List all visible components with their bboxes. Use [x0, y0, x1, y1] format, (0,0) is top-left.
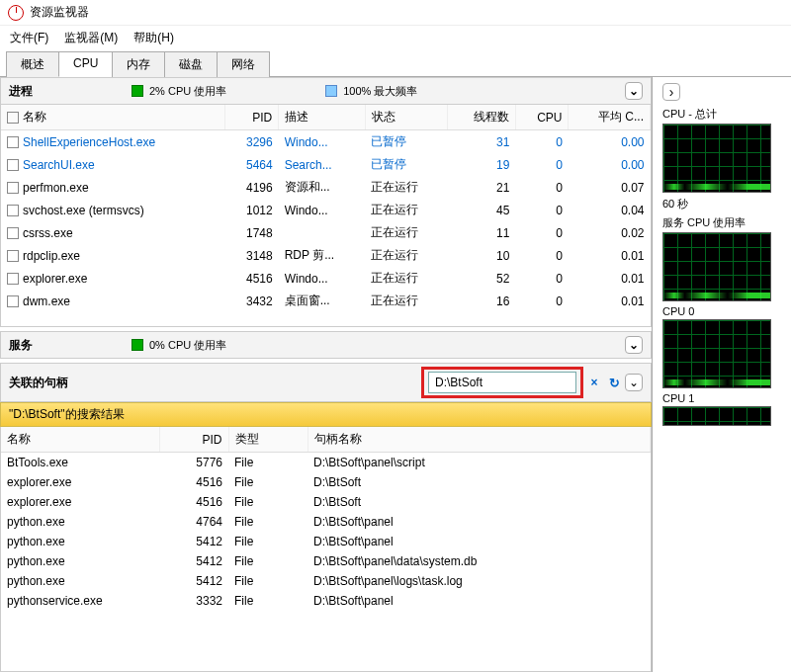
process-row[interactable]: SearchUI.exe5464Search...已暂停1900.00: [1, 153, 651, 176]
process-row[interactable]: perfmon.exe4196资源和...正在运行2100.07: [1, 176, 651, 199]
processes-title: 进程: [9, 83, 33, 100]
window-title: 资源监视器: [30, 4, 89, 21]
hcol-pid[interactable]: PID: [159, 427, 228, 453]
graphs-panel: CPU - 总计 60 秒 服务 CPU 使用率 CPU 0 CPU 1: [653, 77, 791, 672]
processes-collapse-icon[interactable]: [625, 82, 643, 100]
graph-label-60s: 60 秒: [662, 197, 781, 211]
col-name[interactable]: 名称: [23, 110, 46, 124]
graph-label-svc: 服务 CPU 使用率: [662, 215, 781, 230]
row-checkbox[interactable]: [7, 205, 19, 216]
handle-row[interactable]: explorer.exe4516FileD:\BtSoft: [1, 492, 651, 512]
row-checkbox[interactable]: [7, 159, 19, 171]
tab-network[interactable]: 网络: [217, 51, 270, 77]
cpu-usage-label: 2% CPU 使用率: [149, 84, 226, 99]
tab-memory[interactable]: 内存: [112, 51, 165, 77]
handle-row[interactable]: BtTools.exe5776FileD:\BtSoft\panel\scrip…: [1, 453, 651, 473]
tab-overview[interactable]: 概述: [6, 51, 59, 77]
graph-svc-cpu: [662, 232, 771, 301]
handles-search-input[interactable]: [428, 372, 576, 393]
row-checkbox[interactable]: [7, 136, 19, 148]
row-checkbox[interactable]: [7, 182, 19, 194]
col-state[interactable]: 状态: [365, 105, 448, 130]
graphs-collapse-icon[interactable]: [662, 83, 680, 101]
handles-collapse-icon[interactable]: [625, 374, 643, 391]
graph-label-cpu-total: CPU - 总计: [662, 107, 781, 122]
hcol-name[interactable]: 名称: [1, 427, 159, 453]
services-header[interactable]: 服务 0% CPU 使用率: [0, 331, 652, 359]
search-highlight: [421, 367, 583, 398]
col-threads[interactable]: 线程数: [448, 105, 516, 130]
col-desc[interactable]: 描述: [279, 105, 365, 130]
handle-row[interactable]: python.exe5412FileD:\BtSoft\panel: [1, 532, 651, 551]
graph-cpu1: [662, 406, 771, 426]
process-row[interactable]: ShellExperienceHost.exe3296Windo...已暂停31…: [1, 130, 651, 154]
graph-label-cpu1: CPU 1: [662, 392, 781, 404]
handle-row[interactable]: python.exe5412FileD:\BtSoft\panel\logs\t…: [1, 571, 651, 591]
row-checkbox[interactable]: [7, 273, 19, 285]
check-all[interactable]: [7, 112, 19, 124]
process-row[interactable]: rdpclip.exe3148RDP 剪...正在运行1000.01: [1, 244, 651, 267]
handle-row[interactable]: python.exe5412FileD:\BtSoft\panel\data\s…: [1, 551, 651, 571]
menu-file[interactable]: 文件(F): [10, 30, 48, 46]
graph-cpu0: [662, 319, 771, 388]
menubar: 文件(F) 监视器(M) 帮助(H): [0, 26, 791, 50]
handle-row[interactable]: explorer.exe4516FileD:\BtSoft: [1, 472, 651, 492]
graph-label-cpu0: CPU 0: [662, 305, 781, 317]
app-icon: [8, 5, 24, 21]
handle-row[interactable]: pythonservice.exe3332FileD:\BtSoft\panel: [1, 591, 651, 611]
titlebar: 资源监视器: [0, 0, 791, 26]
process-row[interactable]: svchost.exe (termsvcs)1012Windo...正在运行45…: [1, 199, 651, 221]
clear-search-icon[interactable]: ×: [585, 374, 603, 391]
processes-table[interactable]: 名称 PID 描述 状态 线程数 CPU 平均 C... ShellExperi…: [0, 105, 652, 327]
row-checkbox[interactable]: [7, 227, 19, 239]
tab-disk[interactable]: 磁盘: [164, 51, 218, 77]
process-row[interactable]: dwm.exe3432桌面窗...正在运行1600.01: [1, 290, 651, 312]
refresh-search-icon[interactable]: ↻: [605, 374, 623, 391]
tab-cpu[interactable]: CPU: [58, 51, 113, 77]
graph-cpu-total: [662, 124, 771, 193]
handles-header: 关联的句柄 × ↻: [0, 363, 652, 402]
hcol-handle[interactable]: 句柄名称: [308, 427, 651, 453]
col-cpu[interactable]: CPU: [515, 105, 569, 130]
handle-row[interactable]: python.exe4764FileD:\BtSoft\panel: [1, 512, 651, 532]
hcol-type[interactable]: 类型: [228, 427, 308, 453]
tab-bar: 概述 CPU 内存 磁盘 网络: [0, 50, 791, 77]
col-pid[interactable]: PID: [225, 105, 279, 130]
freq-label: 100% 最大频率: [343, 84, 417, 99]
handles-table[interactable]: 名称 PID 类型 句柄名称 BtTools.exe5776FileD:\BtS…: [0, 427, 652, 672]
process-row[interactable]: explorer.exe4516Windo...正在运行5200.01: [1, 267, 651, 290]
services-collapse-icon[interactable]: [625, 336, 643, 354]
row-checkbox[interactable]: [7, 250, 19, 262]
svc-usage-label: 0% CPU 使用率: [149, 338, 226, 353]
cpu-usage-swatch: [132, 85, 143, 97]
row-checkbox[interactable]: [7, 295, 19, 307]
search-result-label: "D:\BtSoft"的搜索结果: [0, 402, 652, 427]
process-row[interactable]: csrss.exe1748正在运行1100.02: [1, 221, 651, 244]
services-title: 服务: [9, 337, 33, 354]
processes-header[interactable]: 进程 2% CPU 使用率 100% 最大频率: [0, 77, 652, 105]
menu-monitor[interactable]: 监视器(M): [64, 30, 118, 46]
menu-help[interactable]: 帮助(H): [133, 30, 174, 46]
handles-title: 关联的句柄: [9, 375, 68, 391]
svc-swatch: [132, 339, 143, 351]
col-avg[interactable]: 平均 C...: [569, 105, 651, 130]
freq-swatch: [325, 85, 337, 97]
